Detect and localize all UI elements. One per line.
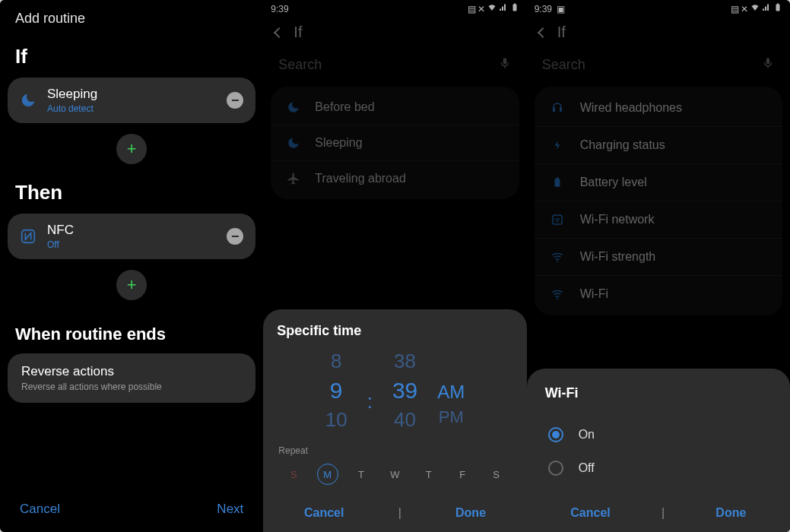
day-sun[interactable]: S (283, 464, 304, 485)
bolt-icon (550, 139, 565, 151)
svg-rect-4 (777, 4, 779, 5)
sheet-cancel-button[interactable]: Cancel (570, 506, 610, 520)
sheet-title: Wi-Fi (545, 385, 772, 401)
wifi-sheet: Wi-Fi On Off Cancel | Done (527, 369, 790, 532)
add-if-button[interactable]: + (116, 134, 147, 164)
if-option-wifi[interactable]: Wi-Fi (535, 275, 782, 312)
list-item-label: Wi-Fi strength (580, 250, 656, 264)
mic-icon[interactable] (761, 56, 775, 73)
list-item-label: Charging status (580, 138, 665, 152)
wifi-icon (750, 3, 760, 14)
day-fri[interactable]: F (452, 464, 473, 485)
search-input[interactable]: Search (263, 46, 526, 87)
if-option-wired-headphones[interactable]: Wired headphones (535, 90, 782, 126)
search-input[interactable]: Search (527, 46, 790, 87)
if-option-sleeping[interactable]: Sleeping (271, 125, 519, 160)
day-sat[interactable]: S (486, 464, 507, 485)
if-condition-card[interactable]: Sleeping Auto detect − (8, 78, 255, 123)
day-mon[interactable]: M (317, 464, 338, 485)
repeat-label: Repeat (277, 445, 512, 456)
wifi-icon (487, 3, 497, 14)
if-option-wifi-strength[interactable]: Wi-Fi strength (535, 238, 782, 275)
panel-if-picker-wifi: 9:39 ▣ ▤ ✕ If Search Wired headphones (527, 0, 790, 532)
search-placeholder: Search (542, 57, 761, 73)
cancel-button[interactable]: Cancel (20, 502, 60, 517)
then-action-card[interactable]: NFC Off − (8, 214, 255, 259)
signal-icon (499, 3, 508, 14)
if-option-charging[interactable]: Charging status (535, 126, 782, 163)
remove-if-button[interactable]: − (227, 92, 243, 109)
svg-rect-5 (554, 179, 560, 187)
status-icons: ▤ ✕ (468, 3, 519, 14)
back-icon[interactable] (274, 27, 284, 37)
list-item-label: Wired headphones (580, 101, 682, 115)
if-option-battery[interactable]: Battery level (535, 163, 782, 201)
then-action-label: NFC Off (47, 223, 216, 250)
header: If (527, 16, 790, 46)
radio-on-label: On (579, 428, 595, 442)
signal-icon (762, 3, 771, 14)
day-chips: S M T W T F S (277, 464, 512, 485)
panel-if-picker-time: 9:39 ▤ ✕ If Search (263, 0, 526, 532)
mute-icon: ✕ (741, 4, 748, 14)
list-item-label: Wi-Fi network (580, 213, 655, 226)
day-thu[interactable]: T (418, 464, 439, 485)
radio-off-label: Off (579, 461, 595, 475)
if-heading: If (0, 31, 263, 78)
radio-off[interactable] (548, 461, 563, 476)
list-item-label: Wi-Fi (580, 287, 608, 301)
ampm-column[interactable]: AM PM (437, 354, 465, 427)
if-condition-label: Sleeping Auto detect (47, 87, 216, 114)
if-option-wifi-network[interactable]: Wi-Fi network (535, 201, 782, 238)
if-option-before-bed[interactable]: Before bed (271, 90, 519, 125)
radio-on[interactable] (548, 427, 563, 442)
time-picker[interactable]: 8 9 10 : 38 39 40 AM PM (277, 350, 512, 432)
hour-selected: 9 (330, 378, 343, 404)
minute-column[interactable]: 38 39 40 (392, 350, 417, 432)
notif-icon: ▤ (468, 4, 476, 14)
if-condition-title: Sleeping (47, 87, 216, 102)
specific-time-sheet: Specific time 8 9 10 : 38 39 40 AM PM (263, 309, 526, 532)
back-icon[interactable] (538, 27, 548, 37)
battery-icon (510, 3, 519, 14)
hour-prev: 8 (331, 350, 341, 373)
hour-column[interactable]: 8 9 10 (325, 350, 347, 432)
sheet-done-button[interactable]: Done (455, 506, 486, 520)
svg-rect-3 (776, 5, 779, 11)
add-then-button[interactable]: + (116, 270, 147, 300)
mic-icon[interactable] (498, 56, 512, 73)
time-colon: : (367, 390, 373, 413)
day-wed[interactable]: W (384, 464, 405, 485)
remove-then-button[interactable]: − (227, 228, 243, 245)
status-bar: 9:39 ▤ ✕ (263, 0, 526, 16)
if-option-traveling[interactable]: Traveling abroad (271, 160, 519, 196)
reverse-subtitle: Reverse all actions where possible (21, 382, 242, 392)
minute-selected: 39 (392, 378, 417, 404)
wifi-network-icon (550, 213, 565, 226)
ampm-selected: AM (437, 382, 465, 403)
headphones-icon (550, 101, 565, 115)
wifi-icon (550, 287, 565, 301)
status-bar: 9:39 ▣ ▤ ✕ (527, 0, 790, 16)
battery-icon (773, 3, 782, 14)
hour-next: 10 (325, 408, 347, 432)
footer-actions: Cancel Next (0, 489, 263, 532)
day-tue[interactable]: T (351, 464, 372, 485)
if-condition-subtitle: Auto detect (47, 103, 216, 114)
list-item-label: Battery level (580, 176, 647, 189)
wifi-off-option[interactable]: Off (545, 451, 772, 485)
svg-rect-1 (512, 5, 516, 11)
wifi-on-option[interactable]: On (545, 418, 772, 451)
svg-point-8 (557, 261, 558, 262)
reverse-actions-card[interactable]: Reverse actions Reverse all actions wher… (8, 353, 255, 403)
sheet-cancel-button[interactable]: Cancel (304, 506, 344, 520)
list-item-label: Before bed (315, 100, 374, 114)
sheet-done-button[interactable]: Done (715, 506, 746, 520)
svg-point-9 (557, 298, 558, 299)
list-item-label: Traveling abroad (315, 172, 405, 185)
status-time: 9:39 (535, 4, 552, 14)
status-icons: ▤ ✕ (731, 3, 782, 14)
header: If (263, 16, 526, 46)
next-button[interactable]: Next (217, 502, 243, 517)
minute-next: 40 (394, 408, 416, 432)
